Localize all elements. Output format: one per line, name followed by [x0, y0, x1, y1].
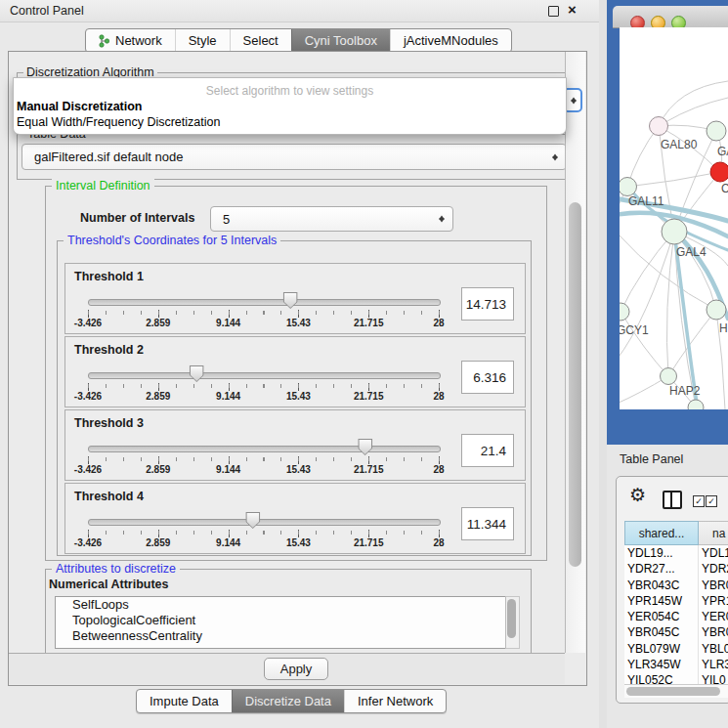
checkbox-icon[interactable]: ✓ [693, 495, 705, 507]
table-data-value: galFiltered.sif default node [34, 145, 183, 169]
tab-network-label: Network [115, 33, 162, 48]
slider-tick-labels: -3.426 2.859 9.144 15.43 21.715 28 [88, 537, 439, 549]
node-label-clipped-h: H [719, 321, 728, 335]
threshold-4-slider-track[interactable] [88, 519, 441, 526]
node-label-gcy1: GCY1 [620, 323, 649, 337]
number-of-intervals-combo[interactable]: 5 [210, 206, 453, 232]
node-top-right[interactable] [707, 121, 726, 141]
threshold-3-panel: Threshold 3 -3.426 2.859 9.144 15.43 21.… [64, 409, 526, 481]
close-panel-icon[interactable]: × [568, 1, 577, 18]
popup-hint: Select algorithm to view settings [14, 84, 566, 98]
slider-minor-ticks [88, 531, 440, 535]
panel-vertical-scrollbar[interactable] [565, 52, 585, 653]
table-panel: Table Panel ⚙ ✓ ✓ shared... na YDL19...Y… [607, 445, 728, 728]
table-row[interactable]: YDR27...YDR2 [624, 561, 728, 577]
thresholds-title: Threshold's Coordinates for 5 Intervals [64, 234, 280, 248]
threshold-2-panel: Threshold 2 -3.426 2.859 9.144 15.43 21.… [64, 336, 526, 407]
threshold-1-slider-handle[interactable] [283, 292, 298, 309]
threshold-2-slider-track[interactable] [88, 372, 441, 379]
list-item-selfloops[interactable]: SelfLoops [56, 597, 505, 613]
control-panel: Control Panel × Network Style Select Cyn… [0, 0, 599, 728]
list-item-betweennesscentrality[interactable]: BetweennessCentrality [56, 628, 505, 644]
node-right-mid[interactable] [707, 300, 726, 320]
columns-icon[interactable] [663, 491, 682, 509]
network-nodes[interactable] [620, 117, 728, 410]
threshold-2-value-field[interactable]: 6.316 [461, 361, 514, 394]
threshold-3-slider-handle[interactable] [358, 439, 372, 455]
slider-minor-ticks [88, 384, 440, 388]
number-of-intervals-value: 5 [223, 207, 230, 231]
scrollbar-thumb[interactable] [569, 202, 581, 567]
list-item-topologicalcoefficient[interactable]: TopologicalCoefficient [56, 613, 505, 628]
node-red-selected[interactable] [710, 162, 728, 182]
tab-network[interactable]: Network [86, 29, 175, 52]
popup-option-equal-width[interactable]: Equal Width/Frequency Discretization [17, 115, 220, 129]
bottom-tab-bar: Impute Data Discretize Data Infer Networ… [136, 689, 447, 713]
tab-style[interactable]: Style [175, 29, 230, 52]
column-header-name[interactable]: na [699, 521, 728, 545]
tab-impute-data[interactable]: Impute Data [137, 690, 232, 712]
table-row[interactable]: YER054CYER0 [624, 609, 728, 624]
threshold-4-value-field[interactable]: 11.344 [461, 507, 514, 540]
checkbox-icon[interactable]: ✓ [706, 495, 717, 507]
table-row[interactable]: YDL19...YDL1 [624, 545, 728, 561]
node-label-gal80: GAL80 [661, 138, 697, 151]
thresholds-box: Threshold's Coordinates for 5 Intervals … [57, 240, 532, 556]
table-row[interactable]: YBL079WYBL0 [624, 641, 728, 657]
threshold-1-slider-track[interactable] [88, 299, 441, 306]
numerical-attributes-label: Numerical Attributes [49, 578, 168, 591]
node-gcy1[interactable] [620, 303, 629, 321]
network-view-window: GAL80 GA C GAL11 GAL4 GCY1 H HAP2 [607, 0, 728, 445]
table-horizontal-scrollbar[interactable] [624, 684, 728, 698]
float-window-icon[interactable] [548, 6, 559, 17]
tab-jactivemnodules[interactable]: jActiveMNodules [390, 29, 511, 52]
column-header-shared-name[interactable]: shared... [624, 521, 699, 545]
node-gal4[interactable] [662, 219, 687, 244]
gear-icon[interactable]: ⚙ [629, 486, 646, 504]
threshold-3-slider-track[interactable] [88, 446, 441, 452]
slider-tick-labels: -3.426 2.859 9.144 15.43 21.715 28 [88, 464, 439, 476]
table-row[interactable]: YIL052CYIL0 [624, 672, 728, 684]
table-row[interactable]: YPR145WYPR1 [624, 593, 728, 609]
attributes-list-scrollbar[interactable] [505, 596, 520, 649]
threshold-1-panel: Threshold 1 -3.426 2.859 9.144 15.43 21.… [64, 263, 526, 334]
threshold-4-slider-handle[interactable] [245, 512, 260, 529]
tab-cyni-toolbox[interactable]: Cyni Toolbox [291, 29, 390, 52]
table-row[interactable]: YLR345WYLR3 [624, 657, 728, 672]
node-label-hap2: HAP2 [669, 384, 700, 398]
scrollbar-thumb[interactable] [626, 687, 720, 696]
table-data-combo[interactable]: galFiltered.sif default node [21, 144, 567, 170]
network-canvas[interactable]: GAL80 GA C GAL11 GAL4 GCY1 H HAP2 [620, 27, 728, 409]
threshold-2-slider-handle[interactable] [190, 365, 204, 382]
popup-option-manual[interactable]: Manual Discretization [17, 100, 143, 113]
threshold-2-label: Threshold 2 [74, 343, 144, 357]
table-rows: YDL19...YDL1 YDR27...YDR2 YBR043CYBR0 YP… [624, 545, 728, 684]
table-panel-title: Table Panel [620, 452, 683, 466]
node-label-clipped-c: C [721, 182, 728, 195]
table-row[interactable]: YBR045CYBR0 [624, 624, 728, 640]
node-label-gal11: GAL11 [628, 194, 664, 208]
node-gal11[interactable] [620, 178, 637, 196]
top-tab-bar: Network Style Select Cyni Toolbox jActiv… [85, 28, 512, 53]
network-icon [99, 34, 109, 48]
threshold-1-label: Threshold 1 [74, 270, 144, 283]
threshold-3-label: Threshold 3 [74, 416, 144, 430]
slider-minor-ticks [88, 311, 440, 315]
tab-select[interactable]: Select [230, 29, 291, 52]
apply-button[interactable]: Apply [264, 658, 328, 680]
panel-divider[interactable] [599, 0, 607, 728]
table-row[interactable]: YBR043CYBR0 [624, 578, 728, 593]
network-window-titlebar[interactable] [613, 6, 728, 28]
tab-discretize-data[interactable]: Discretize Data [232, 690, 344, 712]
slider-tick-labels: -3.426 2.859 9.144 15.43 21.715 28 [88, 391, 439, 403]
threshold-3-value-field[interactable]: 21.4 [461, 434, 514, 467]
tab-infer-network[interactable]: Infer Network [344, 690, 446, 712]
threshold-1-value-field[interactable]: 14.713 [461, 287, 514, 321]
node-label-clipped-ga: GA [717, 145, 728, 158]
threshold-4-label: Threshold 4 [74, 490, 144, 503]
threshold-4-panel: Threshold 4 -3.426 2.859 9.144 15.43 21.… [64, 483, 526, 554]
node-hap2[interactable] [661, 368, 677, 385]
table-panel-box: ⚙ ✓ ✓ shared... na YDL19...YDL1 YDR27...… [616, 476, 728, 704]
scrollbar-thumb[interactable] [507, 599, 516, 638]
node-gal80[interactable] [650, 117, 668, 136]
